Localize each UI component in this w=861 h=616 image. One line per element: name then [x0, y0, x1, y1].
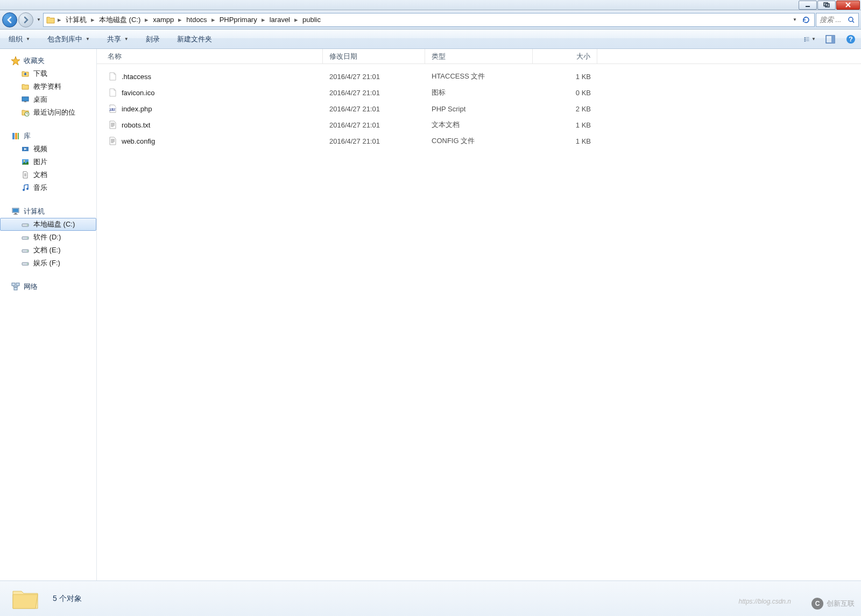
chevron-right-icon[interactable]: ▸ [210, 16, 216, 24]
help-button[interactable]: ? [845, 33, 857, 45]
sidebar-item-drive-c[interactable]: 本地磁盘 (C:) [0, 218, 96, 231]
sidebar-item-drive-e[interactable]: 文档 (E:) [0, 244, 96, 257]
file-row[interactable]: phpindex.php2016/4/27 21:01PHP Script2 K… [97, 101, 861, 117]
file-date: 2016/4/27 21:01 [323, 89, 425, 97]
svg-rect-0 [806, 6, 810, 7]
drive-icon [20, 220, 30, 229]
sidebar-item-desktop[interactable]: 桌面 [0, 93, 96, 106]
preview-pane-button[interactable] [824, 33, 836, 45]
breadcrumb-item[interactable]: 计算机 [63, 15, 89, 25]
address-bar[interactable]: ▸ 计算机 ▸ 本地磁盘 (C:) ▸ xampp ▸ htdocs ▸ PHP… [43, 13, 815, 27]
svg-rect-6 [804, 39, 806, 40]
computer-group: 计算机 本地磁盘 (C:) 软件 (D:) 文档 (E:) 娱乐 (F:) [0, 205, 96, 270]
libraries-header[interactable]: 库 [0, 130, 96, 143]
desktop-icon [20, 95, 30, 104]
column-header-name[interactable]: 名称 [97, 49, 323, 63]
view-options-button[interactable]: ▼ [804, 33, 816, 45]
status-text: 5 个对象 [53, 594, 82, 604]
picture-icon [20, 157, 30, 167]
breadcrumb-item[interactable]: public [300, 16, 323, 24]
nav-history-dropdown[interactable]: ▼ [34, 12, 42, 27]
column-header-type[interactable]: 类型 [425, 49, 533, 63]
svg-rect-37 [12, 283, 15, 286]
search-input[interactable]: 搜索 ... [816, 13, 859, 27]
file-row[interactable]: .htaccess2016/4/27 21:01HTACCESS 文件1 KB [97, 68, 861, 84]
svg-rect-26 [13, 209, 18, 212]
column-header-size[interactable]: 大小 [533, 49, 597, 63]
forward-button[interactable] [18, 12, 33, 27]
favorites-header[interactable]: 收藏夹 [0, 54, 96, 67]
drive-icon [20, 245, 30, 255]
svg-rect-4 [804, 37, 806, 38]
breadcrumb-item[interactable]: PHPprimary [217, 16, 259, 24]
chevron-right-icon[interactable]: ▸ [144, 16, 150, 24]
svg-point-30 [27, 225, 28, 226]
chevron-right-icon[interactable]: ▸ [90, 16, 96, 24]
sidebar-item-drive-d[interactable]: 软件 (D:) [0, 231, 96, 244]
file-name: robots.txt [122, 121, 150, 129]
svg-point-34 [27, 251, 28, 252]
breadcrumb-item[interactable]: xampp [151, 16, 176, 24]
minimize-button[interactable] [799, 1, 817, 10]
file-name: favicon.ico [122, 89, 154, 97]
breadcrumb-item[interactable]: laravel [267, 16, 292, 24]
chevron-right-icon[interactable]: ▸ [57, 16, 62, 24]
breadcrumb-item[interactable]: htdocs [184, 16, 209, 24]
document-icon [20, 170, 30, 180]
sidebar-item-documents[interactable]: 文档 [0, 168, 96, 181]
maximize-button[interactable] [817, 1, 836, 10]
svg-point-36 [27, 264, 28, 265]
computer-header[interactable]: 计算机 [0, 205, 96, 218]
watermark: C 创新互联 [811, 598, 855, 610]
sidebar-item-videos[interactable]: 视频 [0, 143, 96, 155]
file-size: 0 KB [533, 89, 597, 97]
svg-rect-38 [16, 283, 19, 286]
sidebar-item-downloads[interactable]: 下载 [0, 67, 96, 80]
svg-point-22 [24, 160, 25, 162]
svg-rect-14 [22, 97, 29, 101]
network-header[interactable]: 网络 [0, 280, 96, 293]
file-size: 1 KB [533, 73, 597, 81]
address-row: ▼ ▸ 计算机 ▸ 本地磁盘 (C:) ▸ xampp ▸ htdocs ▸ P… [0, 10, 861, 30]
file-size: 1 KB [533, 121, 597, 129]
file-row[interactable]: robots.txt2016/4/27 21:01文本文档1 KB [97, 117, 861, 133]
address-dropdown[interactable]: ▼ [788, 14, 800, 26]
watermark-url: https://blog.csdn.n [739, 598, 791, 605]
file-name: .htaccess [122, 73, 151, 81]
window-titlebar [0, 0, 861, 10]
breadcrumb-item[interactable]: 本地磁盘 (C:) [97, 15, 143, 25]
sidebar-item-music[interactable]: 音乐 [0, 181, 96, 194]
organize-menu[interactable]: 组织▼ [4, 32, 34, 46]
watermark-badge-icon: C [811, 598, 823, 610]
svg-rect-15 [24, 101, 26, 102]
file-icon [108, 120, 117, 130]
file-type: HTACCESS 文件 [425, 72, 533, 81]
computer-icon [11, 207, 20, 216]
sidebar-item-drive-f[interactable]: 娱乐 (F:) [0, 257, 96, 270]
chevron-right-icon[interactable]: ▸ [260, 16, 266, 24]
sidebar-item-recent[interactable]: 最近访问的位 [0, 106, 96, 119]
svg-rect-39 [14, 287, 17, 290]
svg-rect-28 [13, 214, 18, 215]
file-row[interactable]: web.config2016/4/27 21:01CONFIG 文件1 KB [97, 133, 861, 149]
include-in-library-menu[interactable]: 包含到库中▼ [43, 32, 94, 46]
navigation-pane: 收藏夹 下载 教学资料 桌面 最近访问的位 库 视频 图片 文档 音乐 计算机 … [0, 49, 97, 580]
file-size: 2 KB [533, 105, 597, 113]
chevron-right-icon[interactable]: ▸ [177, 16, 183, 24]
sidebar-item-teaching-materials[interactable]: 教学资料 [0, 80, 96, 93]
file-date: 2016/4/27 21:01 [323, 137, 425, 145]
svg-point-32 [27, 238, 28, 239]
close-button[interactable] [836, 1, 860, 10]
file-row[interactable]: favicon.ico2016/4/27 21:01图标0 KB [97, 84, 861, 101]
column-header-date[interactable]: 修改日期 [323, 49, 425, 63]
file-type: CONFIG 文件 [425, 136, 533, 146]
status-bar: 5 个对象 [0, 580, 861, 616]
refresh-button[interactable] [800, 14, 812, 26]
recent-icon [20, 108, 30, 117]
share-menu[interactable]: 共享▼ [103, 32, 133, 46]
burn-button[interactable]: 刻录 [142, 32, 164, 46]
new-folder-button[interactable]: 新建文件夹 [173, 32, 216, 46]
chevron-right-icon[interactable]: ▸ [293, 16, 299, 24]
sidebar-item-pictures[interactable]: 图片 [0, 155, 96, 168]
back-button[interactable] [2, 12, 17, 27]
